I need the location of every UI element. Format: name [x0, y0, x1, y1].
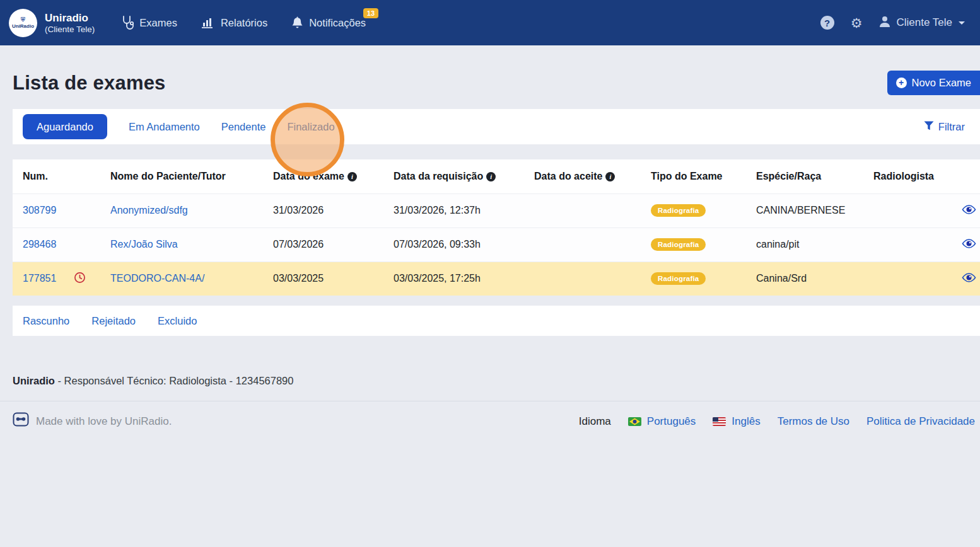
link-excluido[interactable]: Excluido	[158, 315, 197, 327]
exam-type-badge: Radiografia	[651, 272, 706, 285]
patient-link[interactable]: Anonymized/sdfg	[110, 205, 188, 216]
secondary-status-links: Rascunho Rejeitado Excluido	[13, 306, 980, 336]
user-label: Cliente Tele	[896, 16, 952, 29]
nav-item-relatorios[interactable]: Relatórios	[201, 16, 267, 29]
species-value: Canina/Srd	[746, 262, 863, 296]
table-row-highlighted: 177851 TEODORO-CAN-4A/ 03/03/2025 03/03/…	[13, 262, 980, 296]
made-with-love-text: Made with love by UniRadio.	[36, 415, 172, 428]
col-header-accept-date: Data do aceitei	[524, 159, 641, 193]
us-flag-icon	[713, 417, 726, 426]
exam-date: 07/03/2026	[263, 227, 383, 262]
overdue-clock-icon	[74, 272, 86, 286]
tab-pendente[interactable]: Pendente	[221, 121, 266, 133]
shield-glyph: ⛨	[21, 17, 25, 23]
uniradio-logo-icon: ⛨ UniRadio	[9, 9, 37, 37]
link-rejeitado[interactable]: Rejeitado	[91, 315, 136, 327]
link-termos-de-uso[interactable]: Termos de Uso	[778, 415, 849, 428]
col-header-exam-date: Data do examei	[263, 159, 383, 193]
view-exam-eye-icon[interactable]	[962, 204, 976, 217]
technical-text: - Responsável Técnico: Radiologista - 12…	[55, 375, 294, 386]
stethoscope-icon	[121, 16, 134, 30]
col-header-num: Num.	[13, 159, 100, 193]
brand-title: Uniradio	[45, 11, 95, 25]
brazil-flag-icon	[628, 417, 641, 426]
brand-subtitle: (Cliente Tele)	[45, 25, 95, 34]
table-header-row: Num. Nome do Paciente/Tutor Data do exam…	[13, 159, 980, 193]
request-date: 07/03/2026, 09:33h	[383, 227, 524, 262]
col-header-species: Espécie/Raça	[746, 159, 863, 193]
table-row: 308799 Anonymized/sdfg 31/03/2026 31/03/…	[13, 193, 980, 227]
help-icon[interactable]: ?	[820, 16, 834, 30]
gear-icon[interactable]: ⚙	[851, 16, 863, 30]
footer: Made with love by UniRadio. Idioma Portu…	[0, 401, 980, 442]
user-icon	[878, 15, 891, 31]
nav-label-exames: Exames	[139, 17, 177, 29]
accept-date	[524, 193, 641, 227]
filter-button[interactable]: Filtrar	[924, 121, 965, 133]
info-icon[interactable]: i	[486, 172, 496, 181]
filter-label: Filtrar	[938, 121, 965, 133]
user-menu[interactable]: Cliente Tele	[878, 15, 965, 31]
col-header-request-date: Data da requisiçãoi	[383, 159, 524, 193]
view-exam-eye-icon[interactable]	[962, 238, 976, 251]
accept-date	[524, 262, 641, 296]
col-header-exam-type: Tipo do Exame	[641, 159, 746, 193]
navbar: ⛨ UniRadio Uniradio (Cliente Tele) Exame…	[0, 0, 980, 45]
language-ingles[interactable]: Inglês	[713, 415, 760, 428]
table-row: 298468 Rex/João Silva 07/03/2026 07/03/2…	[13, 227, 980, 262]
patient-link[interactable]: Rex/João Silva	[110, 239, 178, 250]
nav-label-relatorios: Relatórios	[221, 17, 267, 29]
species-value: canina/pit	[746, 227, 863, 262]
link-politica-privacidade[interactable]: Politica de Privacidade	[866, 415, 975, 428]
exam-date: 31/03/2026	[263, 193, 383, 227]
species-value: CANINA/BERNESE	[746, 193, 863, 227]
request-date: 31/03/2026, 12:37h	[383, 193, 524, 227]
exam-number-link[interactable]: 177851	[23, 273, 56, 284]
tab-em-andamento[interactable]: Em Andamento	[129, 121, 200, 133]
nav-item-exames[interactable]: Exames	[121, 16, 177, 30]
page-title: Lista de exames	[13, 72, 166, 95]
info-icon[interactable]: i	[605, 172, 615, 181]
technical-responsible-line: Uniradio - Responsável Técnico: Radiolog…	[13, 375, 980, 387]
uniradio-bone-logo-icon	[13, 412, 29, 431]
accept-date	[524, 227, 641, 262]
radiologist-value	[863, 193, 939, 227]
tab-aguardando[interactable]: Aguardando	[23, 114, 107, 139]
language-portugues[interactable]: Português	[628, 415, 696, 428]
exam-table: Num. Nome do Paciente/Tutor Data do exam…	[13, 159, 980, 296]
link-rascunho[interactable]: Rascunho	[23, 315, 69, 327]
funnel-icon	[924, 121, 934, 133]
request-date: 03/03/2025, 17:25h	[383, 262, 524, 296]
nav-item-notificacoes[interactable]: Notificações 13	[291, 16, 366, 30]
col-header-patient: Nome do Paciente/Tutor	[100, 159, 263, 193]
notification-count-badge: 13	[363, 8, 378, 18]
tab-finalizado[interactable]: Finalizado	[287, 121, 334, 133]
new-exam-button[interactable]: + Novo Exame	[887, 71, 980, 95]
col-header-radiologist: Radiologista	[863, 159, 939, 193]
exam-date: 03/03/2025	[263, 262, 383, 296]
radiologist-value	[863, 227, 939, 262]
bar-chart-icon	[201, 16, 215, 29]
exam-number-link[interactable]: 308799	[23, 205, 56, 216]
technical-brand: Uniradio	[13, 375, 55, 386]
exam-type-badge: Radiografia	[651, 238, 706, 251]
brand[interactable]: ⛨ UniRadio Uniradio (Cliente Tele)	[9, 9, 95, 37]
view-exam-eye-icon[interactable]	[962, 272, 976, 285]
info-icon[interactable]: i	[347, 172, 357, 181]
nav-label-notificacoes: Notificações	[309, 17, 366, 29]
bell-icon	[291, 16, 303, 30]
chevron-down-icon	[959, 21, 965, 25]
language-label: Idioma	[579, 415, 611, 428]
exam-type-badge: Radiografia	[651, 204, 706, 217]
patient-link[interactable]: TEODORO-CAN-4A/	[110, 273, 204, 284]
logo-text: UniRadio	[12, 24, 34, 29]
exam-number-link[interactable]: 298468	[23, 239, 56, 250]
status-tabbar: Aguardando Em Andamento Pendente Finaliz…	[13, 109, 980, 144]
radiologist-value	[863, 262, 939, 296]
plus-circle-icon: +	[896, 78, 907, 88]
new-exam-label: Novo Exame	[912, 77, 971, 89]
